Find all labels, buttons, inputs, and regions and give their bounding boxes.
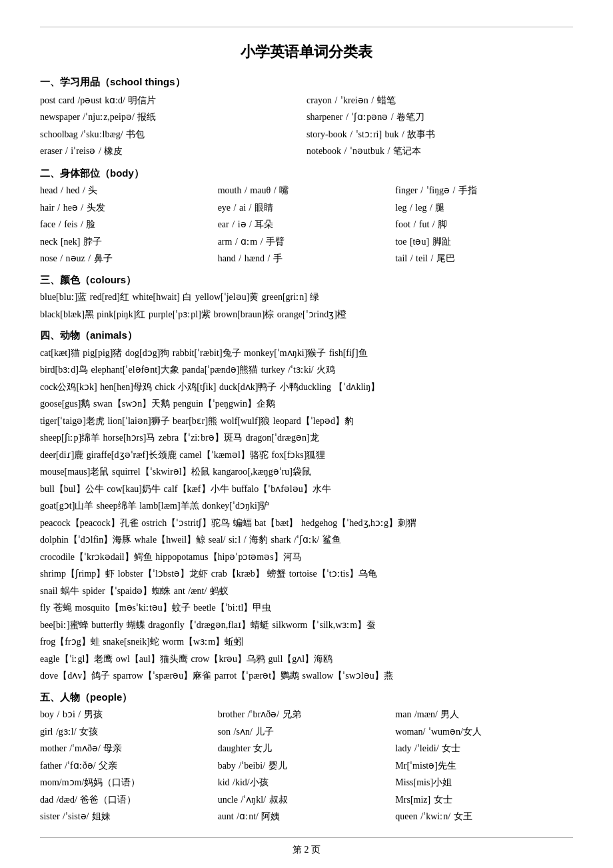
bottom-divider [40, 837, 573, 838]
list-item: black[blæk]黑 pink[piŋk]红 purple[ˈpɜːpl]紫… [40, 307, 573, 323]
section1-heading: 一、学习用品（school things） [40, 73, 573, 91]
list-item: dad /dæd/ 爸爸（口语） uncle /ˈʌŋkl/ 叔叔 Mrs[mi… [40, 792, 573, 809]
list-item: goose[gus]鹅 swan【swɔn】天鹅 penguin【ˈpeŋgwi… [40, 396, 573, 413]
list-item: snail 蜗牛 spider【ˈspaidə】蜘蛛 ant /ænt/ 蚂蚁 [40, 583, 573, 600]
list-item: blue[bluː]蓝 red[red]红 white[hwait] 白 yel… [40, 289, 573, 306]
section4-heading: 四、动物（animals） [40, 327, 573, 344]
section-colours: 三、颜色（colours） blue[bluː]蓝 red[red]红 whit… [40, 271, 573, 323]
section2-content: head / hed / 头 mouth / mauθ / 嘴 finger /… [40, 183, 573, 267]
list-item: nose / nəuz / 鼻子 hand / hænd / 手 tail / … [40, 251, 573, 267]
list-item: tiger[ˈtaigə]老虎 lion[ˈlaiən]狮子 bear[bɛr]… [40, 413, 573, 430]
section1-col2: crayon / ˈkreiən / 蜡笔 sharpener / ˈʃɑːpə… [306, 92, 573, 161]
list-item: eagle【ˈiːgl】老鹰 owl【aul】猫头鹰 crow【krəu】乌鸦 … [40, 651, 573, 668]
list-item: sharpener / ˈʃɑːpənə / 卷笔刀 [306, 109, 573, 126]
list-item: eraser / iˈreisə / 橡皮 [40, 143, 306, 160]
section3-heading: 三、颜色（colours） [40, 271, 573, 289]
list-item: notebook / ˈnəutbuk / 笔记本 [306, 143, 573, 160]
section-body: 二、身体部位（body） head / hed / 头 mouth / mauθ… [40, 165, 573, 267]
list-item: dolphin【ˈdɔlfin】海豚 whale【hweil】鲸 seal/ s… [40, 532, 573, 549]
section-animals: 四、动物（animals） cat[kæt]猫 pig[pig]猪 dog[dɔ… [40, 327, 573, 685]
list-item: cock公鸡[kɔk] hen[hen]母鸡 chick 小鸡[tʃik] du… [40, 379, 573, 396]
list-item: cat[kæt]猫 pig[pig]猪 dog[dɔg]狗 rabbit[ˈræ… [40, 345, 573, 362]
section1-col1: post card /pəust kɑ:d/ 明信片 newspaper /ˈn… [40, 92, 306, 161]
list-item: goat[gɔt]山羊 sheep绵羊 lamb[læm]羊羔 donkey[ˈ… [40, 498, 573, 515]
section-school-things: 一、学习用品（school things） post card /pəust k… [40, 73, 573, 161]
section-people: 五、人物（people） boy / bɔi / 男孩 brother /ˈbr… [40, 689, 573, 825]
list-item: father /ˈfɑːðə/ 父亲 baby /ˈbeibi/ 婴儿 Mr[ˈ… [40, 758, 573, 775]
list-item: neck [nek] 脖子 arm / ɑːm / 手臂 toe [təu] 脚… [40, 234, 573, 251]
page-title: 小学英语单词分类表 [40, 39, 573, 64]
section5-content: boy / bɔi / 男孩 brother /ˈbrʌðə/ 兄弟 man /… [40, 707, 573, 825]
list-item: mouse[maus]老鼠 squirrel【ˈskwirəl】松鼠 kanga… [40, 464, 573, 481]
list-item: schoolbag /ˈskuːlbæg/ 书包 [40, 127, 306, 143]
list-item: peacock【peacock】孔雀 ostrich【ˈɔstritʃ】驼鸟 蝙… [40, 515, 573, 532]
list-item: hair / heə / 头发 eye / ai / 眼睛 leg / leg … [40, 200, 573, 217]
list-item: post card /pəust kɑ:d/ 明信片 [40, 93, 306, 109]
list-item: head / hed / 头 mouth / mauθ / 嘴 finger /… [40, 183, 573, 199]
list-item: bird[bɜːd]鸟 elephant[ˈeləfənt]大象 panda[ˈ… [40, 362, 573, 379]
list-item: boy / bɔi / 男孩 brother /ˈbrʌðə/ 兄弟 man /… [40, 707, 573, 723]
list-item: sister /ˈsistə/ 姐妹 aunt /ɑːnt/ 阿姨 queen … [40, 809, 573, 825]
list-item: dove【dʌv】鸽子 sparrow【ˈspærəu】麻雀 parrot【ˈp… [40, 668, 573, 685]
list-item: deer[diɾ]鹿 giraffe[dʒəˈræf]长颈鹿 camel【ˈkæ… [40, 447, 573, 464]
list-item: girl /gɜːl/ 女孩 son /sʌn/ 儿子 woman/ ˈwumə… [40, 724, 573, 741]
list-item: frog【frɔg】蛙 snake[sneik]蛇 worm【wɜːm】蚯蚓 [40, 634, 573, 651]
list-item: crayon / ˈkreiən / 蜡笔 [306, 93, 573, 109]
section5-heading: 五、人物（people） [40, 689, 573, 706]
list-item: bull【bul】公牛 cow[kau]奶牛 calf【kæf】小牛 buffa… [40, 481, 573, 498]
section2-heading: 二、身体部位（body） [40, 165, 573, 182]
top-divider [40, 27, 573, 27]
list-item: mother /ˈmʌðə/ 母亲 daughter 女儿 lady /ˈlei… [40, 741, 573, 757]
section1-content: post card /pəust kɑ:d/ 明信片 newspaper /ˈn… [40, 92, 573, 161]
list-item: fly 苍蝇 mosquito【məsˈkiːtəu】蚊子 beetle【ˈbi… [40, 600, 573, 617]
list-item: shrimp【ʃrimp】虾 lobster【ˈlɔbstə】龙虾 crab【k… [40, 566, 573, 583]
list-item: story-book / ˈstɔːri] buk / 故事书 [306, 127, 573, 143]
list-item: face / feis / 脸 ear / iə / 耳朵 foot / fut… [40, 217, 573, 233]
list-item: sheep[ʃiːp]绵羊 horse[hɔrs]马 zebra【ˈziːbrə… [40, 430, 573, 447]
list-item: crocodile【ˈkrɔkədail】鳄鱼 hippopotamus【hip… [40, 549, 573, 566]
list-item: bee[biː]蜜蜂 butterfly 蝴蝶 dragonfly【ˈdrægə… [40, 617, 573, 634]
page-number: 第 2 页 [40, 842, 573, 858]
list-item: mom/mɔm/妈妈（口语） kid /kid/小孩 Miss[mis]小姐 [40, 775, 573, 791]
list-item: newspaper /ˈnjuːz,peipə/ 报纸 [40, 109, 306, 126]
